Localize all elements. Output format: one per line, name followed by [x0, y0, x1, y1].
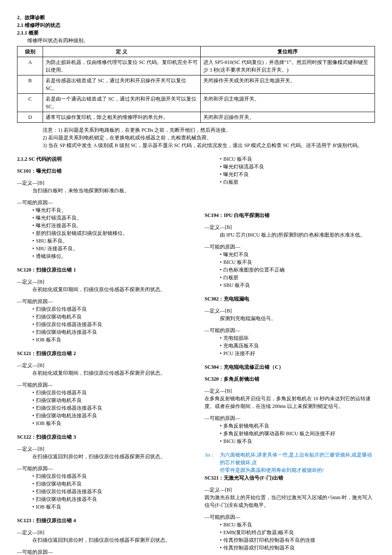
table-row: A为防止损坏机器，仅由维修代理可以复位 SC 代码。复印机完全不可以使用。进入 …: [17, 57, 375, 75]
th-level: 级别: [17, 46, 43, 57]
def-label: —定义—[B]: [205, 223, 375, 231]
sc123-title: SC123：扫描仪原位出错 4: [17, 517, 187, 524]
note2: 2) 若问题是关系到电机锁定，在更换电机或传感器之前，先检查机械负荷。: [43, 134, 375, 142]
cause-label: —可能的原因—: [205, 327, 375, 334]
sc302-def: 探测到充电辊漏电信号。: [205, 315, 375, 322]
table-row: C若是由一个通讯出错造成了 SC，通过关闭和开启电源开关可以复位 SC。关闭和开…: [17, 94, 375, 112]
sc321-def: 因为激光在鼓上的开始位置，当已经过激光写入区域的+5mm 时，激光写入信号(F-…: [205, 494, 375, 509]
def-label: —定义—[B]: [17, 529, 187, 536]
cause-label: —可能的原因—: [17, 298, 187, 305]
cause-label: —可能的原因—: [205, 414, 375, 422]
cause-label: —可能的原因—: [17, 465, 187, 472]
notes-block: 注意：1) 若问题是关系到电路板的，在更换 PCBs 之前，先断开他们，然后再连…: [17, 126, 375, 149]
sc101-block: SC101：曝光灯出错 —定义—[B] 当扫描白板时，未恰当地探测到标准白板。 …: [17, 167, 187, 260]
table-row: B若是传感器出错造成了 SC，通过关闭和开启操作开关可以复位 SC。关闭操作开关…: [17, 75, 375, 94]
as-text: 为六面镜电机坏,讲更具体一些,是上边有贴片的三极管烧坏,或是驱动的芯片被烧坏,这…: [220, 451, 375, 474]
sc320-title: SC320：多角反射镜出错: [205, 375, 375, 383]
h3: 2.1.1 概要: [17, 29, 375, 37]
h2: 2.1 维修呼叫的状态: [17, 21, 375, 29]
sc321-causes: BICU 板不良 EMB(复印机特点扩散器)板不良 传真控制器或打印机控制器有不…: [205, 521, 375, 552]
cause-label: —可能的原因—: [205, 243, 375, 251]
sc101-def: 当扫描白板时，未恰当地探测到标准白板。: [17, 187, 187, 194]
sc192-extra: BICU 板不良 曝光灯镇流器不良 曝光灯不良 白板脏: [205, 155, 375, 186]
def-label: —定义—[B]: [17, 361, 187, 369]
sc194-title: SC194：IPU 白电平探测出错: [205, 211, 375, 219]
cause-label: —可能的原因—: [205, 513, 375, 521]
cause-label: —可能的原因—: [17, 548, 187, 555]
sc121-def: 在初始化或复印期间，扫描仪原位传感器不探测开启状态。: [17, 369, 187, 377]
cause-label: —可能的原因—: [17, 199, 187, 206]
def-label: —定义—[B]: [17, 445, 187, 453]
note1: 注意：1) 若问题是关系到电路板的，在更换 PCBs 之前，先断开他们，然后再连…: [43, 126, 375, 134]
sc320-def: 在多角反射镜电机开启信号后，多角反射电机在 10 秒内未达到它的运转速度。或者在…: [205, 395, 375, 410]
sc121-block: SC121：扫描仪原位出错 2 —定义—[B] 在初始化或复印期间，扫描仪原位传…: [17, 350, 187, 427]
th-def: 定 义: [43, 46, 201, 57]
sc192-extra-block: BICU 板不良 曝光灯镇流器不良 曝光灯不良 白板脏: [205, 155, 375, 186]
h1: 2、故障诊断: [17, 14, 375, 21]
def-label: —定义—[B]: [205, 387, 375, 395]
intro-text: 维修呼叫状态有四种级别。: [17, 37, 375, 44]
sc194-block: SC194：IPU 白电平探测出错 —定义—[B] 由 IPU 芯片(BICU …: [205, 211, 375, 289]
sc101-title: SC101：曝光灯出错: [17, 167, 187, 175]
sc120-block: SC120：扫描仪原位出错 1 —定义—[B] 在初始化或复印期间，扫描仪原位传…: [17, 266, 187, 344]
th-reset: 复位程序: [201, 46, 375, 57]
cause-label: —可能的原因—: [17, 381, 187, 389]
sc122-def: 在扫描仪返回到原位时，扫描仪原位传感器探测开启状态。: [17, 453, 187, 460]
body-columns: 2.1.2 SC 代码的说明 SC101：曝光灯出错 —定义—[B] 当扫描白板…: [17, 155, 375, 555]
section-title: 2.1.2 SC 代码的说明: [17, 155, 187, 163]
sc121-title: SC121：扫描仪原位出错 2: [17, 350, 187, 357]
sc302-block: SC302：充电辊漏电 —定义—[B] 探测到充电辊漏电信号。 —可能的原因— …: [205, 295, 375, 357]
note3: 3) 当在 SP 模式中发生 A 级别或 B 级别 SC，显示器不显示 SC 代…: [43, 142, 375, 149]
as-label: As：: [205, 451, 220, 474]
sc120-causes: 扫描仪原位传感器不良 扫描仪驱动电机不良 扫描仪原位传感器连接器不良 扫描仪驱动…: [17, 305, 187, 344]
page-header: 2、故障诊断 2.1 维修呼叫的状态 2.1.1 概要 维修呼叫状态有四种级别。: [17, 14, 375, 44]
sc120-title: SC120：扫描仪原位出错 1: [17, 266, 187, 274]
def-label: —定义—[B]: [17, 278, 187, 286]
sc123-block: SC123：扫描仪原位出错 4 —定义—[B] 在扫描仪返回到原位时，扫描仪原位…: [17, 517, 187, 555]
sc320-block: SC304：充电辊电流修正出错（C） SC320：多角反射镜出错 —定义—[B]…: [205, 363, 375, 445]
sc321-block: As： 为六面镜电机坏,讲更具体一些,是上边有贴片的三极管烧坏,或是驱动的芯片被…: [205, 451, 375, 552]
level-table: 级别 定 义 复位程序 A为防止损坏机器，仅由维修代理可以复位 SC 代码。复印…: [17, 46, 375, 123]
sc194-def: 由 IPU 芯片(BICU 板上的)所探测到的白色标准图形的水准水低。: [205, 231, 375, 239]
sc320-causes: 多角反射镜电机不良 多角反射镜电机的驱动器和 BICU 板之间连接不好 BICU…: [205, 422, 375, 445]
sc321-title: SC321：无激光写入信号(F-门)出错: [205, 474, 375, 482]
sc122-title: SC122：扫描仪原位出错 3: [17, 433, 187, 441]
table-row: D通常可以操作复印机，除之相关的维修呼叫的单元外。关闭和开启操作开关。: [17, 112, 375, 123]
sc122-block: SC122：扫描仪原位出错 3 —定义—[B] 在扫描仪返回到原位时，扫描仪原位…: [17, 433, 187, 511]
sc302-title: SC302：充电辊漏电: [205, 295, 375, 303]
sc123-def: 在扫描仪返回到原位时，扫描仪原位传感器不探测开启状态。: [17, 536, 187, 544]
def-label: —定义—[B]: [17, 179, 187, 187]
as-note: As： 为六面镜电机坏,讲更具体一些,是上边有贴片的三极管烧坏,或是驱动的芯片被…: [205, 451, 375, 474]
sc304-title: SC304：充电辊电流修正出错（C）: [205, 363, 375, 371]
sc302-causes: 充电辊损坏 充电高压板不良 PCU 连接不好: [205, 334, 375, 357]
sc121-causes: 扫描仪原位传感器不良 扫描仪驱动电机不良 扫描仪原位传感器连接器不良 扫描仪驱动…: [17, 389, 187, 427]
def-label: —定义—[B]: [205, 307, 375, 315]
sc122-causes: 扫描仪原位传感器不良 扫描仪驱动电机不良 扫描仪原位传感器连接器不良 扫描仪驱动…: [17, 472, 187, 511]
def-label: —定义—[B]: [205, 486, 375, 494]
sc101-causes: 曝光灯不良。 曝光灯镇流器不良。 曝光灯连接器不良。 脏的扫描仪反射镜或扫描仪反…: [17, 206, 187, 260]
sc194-causes: 曝光灯不良 BICU 板不良 白色标准图形的位置不正确 白板脏 SBU 板不良: [205, 251, 375, 289]
sc120-def: 在初始化或复印期间，扫描仪原位传感器不探测关闭状态。: [17, 286, 187, 293]
